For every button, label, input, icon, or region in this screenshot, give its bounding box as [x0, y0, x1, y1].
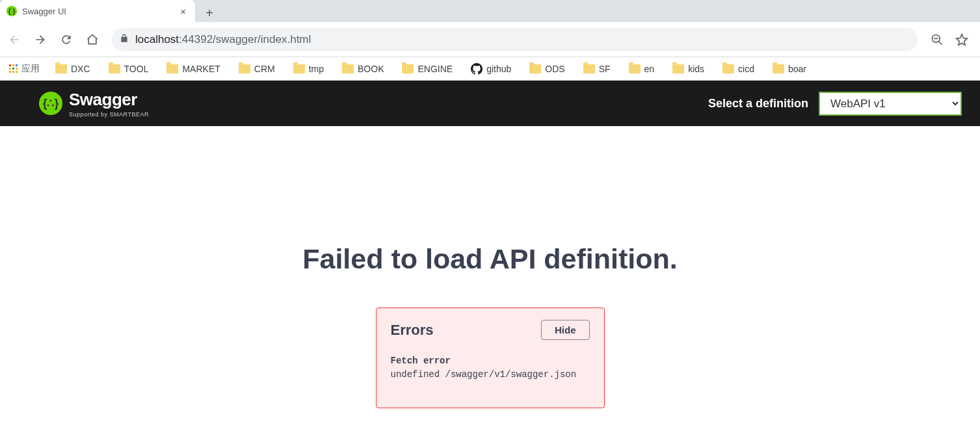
folder-icon — [629, 64, 641, 73]
errors-panel: Errors Hide Fetch error undefined /swagg… — [376, 307, 605, 408]
definition-selector-area: Select a definition WebAPI v1 — [708, 92, 962, 116]
folder-icon — [293, 64, 305, 73]
bookmark-star-button[interactable] — [950, 28, 973, 51]
apps-grid-icon — [9, 64, 18, 73]
close-tab-icon[interactable]: × — [178, 6, 189, 17]
hide-errors-button[interactable]: Hide — [541, 320, 590, 340]
reload-icon — [60, 33, 73, 46]
arrow-right-icon — [34, 33, 47, 46]
back-button[interactable] — [3, 28, 26, 51]
swagger-supported-by: Supported by SMARTBEAR — [69, 111, 149, 118]
bookmark-github[interactable]: github — [463, 60, 519, 77]
swagger-badge-icon: {∴} — [39, 92, 62, 115]
bookmark-crm[interactable]: CRM — [231, 61, 283, 77]
swagger-brand-text: Swagger — [69, 90, 149, 110]
folder-icon — [529, 64, 541, 73]
error-body: Fetch error undefined /swagger/v1/swagge… — [391, 354, 590, 382]
arrow-left-icon — [8, 33, 21, 46]
folder-icon — [583, 64, 595, 73]
bookmark-book[interactable]: BOOK — [334, 61, 391, 77]
bookmark-kids[interactable]: kids — [665, 61, 712, 77]
github-icon — [471, 63, 483, 75]
bookmark-cicd[interactable]: cicd — [715, 61, 762, 77]
bookmark-market[interactable]: MARKET — [159, 61, 228, 77]
browser-tab-strip: { } Swagger UI × + — [0, 0, 980, 22]
folder-icon — [109, 64, 120, 73]
errors-title: Errors — [391, 322, 434, 339]
swagger-logo[interactable]: {∴} Swagger Supported by SMARTBEAR — [39, 90, 149, 118]
error-heading: Failed to load API definition. — [0, 243, 980, 275]
bookmarks-bar: 应用 DXC TOOL MARKET CRM tmp BOOK ENGINE g… — [0, 57, 980, 81]
folder-icon — [773, 64, 784, 73]
browser-toolbar: localhost:44392/swagger/index.html — [0, 22, 980, 57]
reload-button[interactable] — [55, 28, 78, 51]
bookmark-engine[interactable]: ENGINE — [394, 61, 460, 77]
bookmark-en[interactable]: en — [621, 61, 663, 77]
folder-icon — [55, 64, 67, 73]
folder-icon — [342, 64, 354, 73]
folder-icon — [722, 64, 734, 73]
home-icon — [86, 33, 99, 46]
bookmark-tool[interactable]: TOOL — [101, 61, 157, 77]
forward-button[interactable] — [29, 28, 52, 51]
bookmark-boar[interactable]: boar — [765, 61, 814, 77]
folder-icon — [672, 64, 684, 73]
svg-line-1 — [939, 41, 942, 44]
fetch-error-title: Fetch error — [391, 354, 590, 368]
apps-label: 应用 — [21, 63, 40, 75]
bookmark-tmp[interactable]: tmp — [285, 61, 332, 77]
swagger-topbar: {∴} Swagger Supported by SMARTBEAR Selec… — [0, 81, 980, 126]
folder-icon — [239, 64, 250, 73]
bookmark-ods[interactable]: ODS — [522, 61, 572, 77]
swagger-favicon-icon: { } — [7, 6, 17, 16]
lock-icon — [120, 34, 129, 46]
folder-icon — [166, 64, 178, 73]
select-definition-label: Select a definition — [708, 97, 808, 111]
folder-icon — [402, 64, 414, 73]
zoom-button[interactable] — [925, 28, 949, 51]
main-content: Failed to load API definition. Errors Hi… — [0, 126, 980, 408]
tab-title: Swagger UI — [22, 7, 172, 16]
apps-shortcut[interactable]: 应用 — [4, 60, 45, 77]
address-bar[interactable]: localhost:44392/swagger/index.html — [112, 28, 918, 51]
definition-select[interactable]: WebAPI v1 — [819, 92, 962, 116]
bookmark-dxc[interactable]: DXC — [47, 61, 98, 77]
star-icon — [955, 33, 968, 46]
bookmark-sf[interactable]: SF — [576, 61, 618, 77]
fetch-error-detail: undefined /swagger/v1/swagger.json — [391, 368, 590, 382]
browser-tab[interactable]: { } Swagger UI × — [0, 0, 195, 22]
new-tab-button[interactable]: + — [200, 4, 219, 22]
zoom-out-icon — [931, 33, 944, 46]
url-text: localhost:44392/swagger/index.html — [135, 33, 311, 46]
home-button[interactable] — [81, 28, 104, 51]
